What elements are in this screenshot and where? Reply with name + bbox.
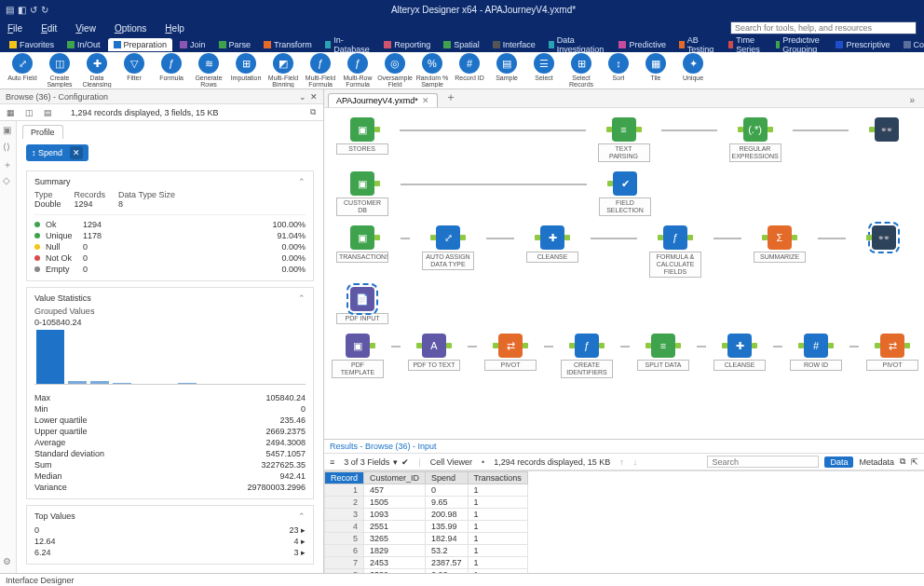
copy-icon[interactable]: ⧉: [900, 457, 905, 467]
tool-sample[interactable]: ▤Sample: [490, 53, 523, 88]
workflow-canvas[interactable]: ▣STORES≡TEXT PARSING(.*)REGULAR EXPRESSI…: [324, 108, 924, 439]
tool-data-cleansing[interactable]: ✚Data Cleansing: [80, 53, 114, 88]
tool-formula[interactable]: ƒFormula: [155, 53, 188, 88]
workflow-node[interactable]: ✚CLEANSE: [522, 225, 583, 263]
workflow-node[interactable]: ⤢AUTO ASSIGN DATA TYPE: [417, 225, 479, 270]
palette-group-prescriptive[interactable]: Prescriptive: [830, 38, 895, 51]
menu-options[interactable]: Options: [115, 23, 146, 34]
results-search-input[interactable]: [707, 456, 819, 468]
table-row[interactable]: 145701: [325, 484, 528, 497]
workflow-node[interactable]: ΣSUMMARIZE: [749, 225, 810, 263]
table-row[interactable]: 42551135.991: [325, 521, 528, 533]
view-split-icon[interactable]: ◫: [22, 106, 35, 119]
palette-group-in-database[interactable]: In-Database: [319, 38, 377, 51]
profile-tab[interactable]: Profile: [22, 125, 63, 139]
tool-imputation[interactable]: ⊞Imputation: [229, 53, 263, 88]
arrow-down-icon[interactable]: ↓: [633, 457, 638, 467]
chevron-down-icon[interactable]: ⌄: [299, 92, 306, 102]
tabs-overflow-icon[interactable]: »: [904, 93, 920, 107]
collapse-icon[interactable]: ⌃: [298, 511, 306, 521]
tool-record-id[interactable]: #Record ID: [453, 53, 486, 88]
view-list-icon[interactable]: ▤: [41, 106, 54, 119]
tool-unique[interactable]: ✦Unique: [676, 53, 710, 88]
code-icon[interactable]: ⟨⟩: [3, 142, 14, 153]
workflow-node[interactable]: 👓: [853, 225, 915, 250]
palette-group-interface[interactable]: Interface: [487, 38, 541, 51]
palette-group-ab-testing[interactable]: AB Testing: [673, 38, 722, 51]
palette-group-parse[interactable]: Parse: [213, 38, 257, 51]
tool-generate-rows[interactable]: ≋Generate Rows: [192, 53, 225, 88]
table-row[interactable]: 724532387.571: [325, 557, 528, 569]
qa-icon[interactable]: ▤: [6, 5, 14, 15]
view-grid-icon[interactable]: ▦: [4, 106, 17, 119]
workflow-node[interactable]: ƒCREATE IDENTIFIERS: [561, 334, 613, 378]
palette-group-reporting[interactable]: Reporting: [378, 38, 436, 51]
workflow-node[interactable]: ▣CUSTOMER DB: [332, 171, 393, 216]
menu-help[interactable]: Help: [165, 23, 184, 34]
table-row[interactable]: 215059.651: [325, 497, 528, 509]
workflow-node[interactable]: (.*)REGULAR EXPRESSIONS: [725, 117, 785, 162]
workflow-node[interactable]: ≡SPLIT DATA: [637, 334, 689, 371]
workflow-node[interactable]: ✔FIELD SELECTION: [594, 171, 656, 216]
collapse-icon[interactable]: ⌃: [298, 293, 306, 303]
fields-check-icon[interactable]: ✔: [401, 457, 409, 467]
workflow-node[interactable]: ⇄PIVOT: [866, 334, 918, 371]
new-tab-button[interactable]: ＋: [440, 89, 462, 107]
palette-group-data-investigation[interactable]: Data Investigation: [543, 38, 612, 51]
plus-icon[interactable]: ＋: [3, 158, 14, 170]
metadata-tab[interactable]: Metadata: [859, 457, 894, 467]
tool-select-records[interactable]: ⊞Select Records: [564, 53, 598, 88]
field-chip-spend[interactable]: ↕ Spend ✕: [26, 144, 88, 161]
palette-group-connectors[interactable]: Connectors: [898, 38, 925, 51]
table-row[interactable]: 6182953.21: [325, 545, 528, 557]
cell-viewer-label[interactable]: Cell Viewer: [430, 457, 472, 467]
workflow-node[interactable]: ƒFORMULA & CALCULATE FIELDS: [645, 225, 706, 278]
chip-remove-icon[interactable]: ✕: [70, 146, 83, 159]
palette-group-favorites[interactable]: Favorites: [4, 38, 60, 51]
palette-group-in/out[interactable]: In/Out: [61, 38, 106, 51]
workflow-node[interactable]: 📄PDF INPUT: [332, 287, 393, 324]
global-search-input[interactable]: [730, 21, 917, 34]
palette-group-preparation[interactable]: Preparation: [108, 38, 173, 51]
qa-icon[interactable]: ◧: [18, 5, 26, 15]
bookmark-icon[interactable]: ◇: [3, 175, 14, 186]
tool-select[interactable]: ☰Select: [527, 53, 561, 88]
palette-group-predictive[interactable]: Predictive: [613, 38, 672, 51]
tool-create-samples[interactable]: ◫Create Samples: [43, 53, 76, 88]
tool-random-sample[interactable]: %Random % Sample: [415, 53, 449, 88]
collapse-icon[interactable]: ⌃: [298, 177, 306, 186]
menu-edit[interactable]: Edit: [41, 23, 57, 34]
tool-multi-field-binning[interactable]: ◩Multi-Field Binning: [266, 53, 300, 88]
workflow-node[interactable]: ≡TEXT PARSING: [593, 117, 654, 162]
qa-icon[interactable]: ↻: [41, 5, 48, 15]
palette-group-predictive-grouping[interactable]: Predictive Grouping: [770, 38, 829, 51]
export-icon[interactable]: ⇱: [911, 457, 918, 467]
tool-sort[interactable]: ↕Sort: [602, 53, 635, 88]
tool-oversample-field[interactable]: ◎Oversample Field: [378, 53, 412, 88]
gear-icon[interactable]: ⚙: [3, 556, 14, 567]
workflow-node[interactable]: ▣PDF TEMPLATE: [332, 334, 384, 378]
workflow-node[interactable]: ▣STORES: [332, 117, 392, 155]
palette-group-join[interactable]: Join: [174, 38, 211, 51]
workflow-node[interactable]: APDF TO TEXT: [408, 334, 460, 371]
workflow-tab[interactable]: APAJourneyV4.yxmd* ✕: [328, 93, 438, 107]
close-icon[interactable]: ✕: [310, 92, 318, 102]
workflow-node[interactable]: ⇄PIVOT: [484, 334, 537, 371]
copy-icon[interactable]: ⧉: [306, 106, 319, 119]
menu-view[interactable]: View: [75, 23, 96, 34]
palette-group-time-series[interactable]: Time Series: [723, 38, 768, 51]
workflow-node[interactable]: ✚CLEANSE: [713, 334, 766, 371]
workflow-node[interactable]: #ROW ID: [790, 334, 842, 371]
book-icon[interactable]: ▣: [3, 125, 14, 136]
workflow-node[interactable]: 👓: [856, 117, 917, 142]
tool-filter[interactable]: ▽Filter: [117, 53, 151, 88]
arrow-up-icon[interactable]: ↑: [619, 457, 624, 467]
workflow-node[interactable]: ▣TRANSACTIONS: [332, 225, 393, 263]
tool-multi-field-formula[interactable]: ƒMulti-Field Formula: [304, 53, 337, 88]
tool-tile[interactable]: ▦Tile: [639, 53, 673, 88]
palette-group-transform[interactable]: Transform: [258, 38, 318, 51]
palette-group-spatial[interactable]: Spatial: [438, 38, 485, 51]
fields-dropdown-icon[interactable]: ▾: [393, 457, 398, 467]
table-row[interactable]: 53265182.941: [325, 533, 528, 545]
table-row[interactable]: 31093200.981: [325, 509, 528, 521]
